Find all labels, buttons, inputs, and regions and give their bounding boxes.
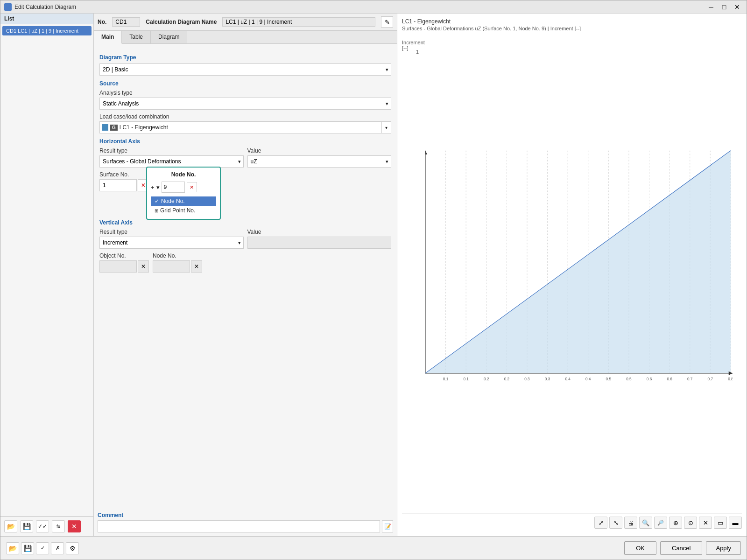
- print-btn[interactable]: 🖨: [624, 517, 637, 529]
- y-axis-label: Increment [--]: [402, 40, 425, 51]
- node-no-input[interactable]: [162, 182, 185, 193]
- result-type-select[interactable]: Surfaces - Global Deformations: [99, 155, 244, 168]
- zoom-in-btn2[interactable]: 🔍: [639, 517, 652, 529]
- surface-node-row: Surface No. ✕: [99, 171, 391, 191]
- window-title: Edit Calculation Diagram: [14, 4, 703, 10]
- comment-input[interactable]: [98, 520, 380, 532]
- view-1-btn[interactable]: ▭: [714, 517, 727, 529]
- tab-main[interactable]: Main: [94, 31, 122, 44]
- svg-text:0.3: 0.3: [524, 377, 530, 381]
- chart-svg: 0.1 0.1 0.2 0.2 0.3 0.3 0.4 0.4 0.5 0.5 …: [425, 44, 733, 487]
- horizontal-axis-title: Horizontal Axis: [99, 138, 391, 145]
- name-label: Calculation Diagram Name: [146, 19, 217, 25]
- right-panel: LC1 - Eigengewicht Surfaces - Global Def…: [397, 14, 747, 536]
- cancel-button[interactable]: Cancel: [660, 541, 702, 555]
- footer-buttons: OK Cancel Apply: [624, 541, 741, 555]
- fit-x-btn2[interactable]: ⤡: [609, 517, 622, 529]
- vertical-value-label: Value: [247, 229, 392, 235]
- comment-row: 📝: [98, 520, 393, 532]
- formula-btn[interactable]: fx: [52, 520, 65, 532]
- vertical-node-no-field: Node No. ✕: [153, 252, 202, 273]
- lc-combo[interactable]: G LC1 - Eigengewicht ▾: [99, 121, 391, 133]
- svg-text:0.1: 0.1: [463, 377, 469, 381]
- collapse-icon[interactable]: ▾: [156, 184, 160, 191]
- bottom-check-btn[interactable]: ✓: [36, 542, 49, 554]
- tab-diagram[interactable]: Diagram: [151, 31, 187, 43]
- node-dropdown-header: Node No.: [151, 171, 216, 178]
- svg-text:0.5: 0.5: [626, 377, 632, 381]
- open-file-btn[interactable]: 📂: [4, 520, 17, 532]
- node-picker-btn[interactable]: ✕: [187, 182, 197, 192]
- bottom-uncheck-btn[interactable]: ✗: [51, 542, 64, 554]
- y-axis-unit: [--]: [402, 45, 408, 51]
- surface-node-area: Surface No. ✕ Node No. + ▾: [99, 171, 391, 191]
- analysis-type-group: Analysis type Static Analysis: [99, 90, 391, 110]
- main-content: List CD1 LC1 | uZ | 1 | 9 | Increment 📂 …: [0, 14, 747, 536]
- fit-all-btn[interactable]: ⤢: [594, 517, 607, 529]
- object-no-input-group: ✕: [99, 260, 149, 273]
- vertical-node-no-input: [153, 260, 190, 273]
- svg-text:0.7: 0.7: [708, 377, 713, 381]
- close-btn[interactable]: ✕: [732, 2, 743, 12]
- no-input[interactable]: CD1: [112, 17, 140, 27]
- surface-no-field: Surface No. ✕: [99, 171, 149, 191]
- vertical-node-no-input-group: ✕: [153, 260, 202, 273]
- vertical-result-type-wrapper: Increment: [99, 237, 244, 249]
- object-no-field: Object No. ✕: [99, 252, 149, 273]
- lc-g-label: G: [110, 125, 118, 131]
- bottom-settings-btn[interactable]: ⚙: [66, 542, 79, 554]
- name-input[interactable]: [222, 17, 375, 27]
- ok-button[interactable]: OK: [624, 541, 656, 555]
- value-wrapper: uZ: [247, 155, 392, 168]
- lc-group: Load case/load combination G LC1 - Eigen…: [99, 113, 391, 133]
- analysis-type-select[interactable]: Static Analysis: [99, 98, 391, 110]
- main-window: Edit Calculation Diagram ─ □ ✕ List CD1 …: [0, 0, 747, 560]
- maximize-btn[interactable]: □: [719, 2, 730, 12]
- save-file-btn[interactable]: 💾: [20, 520, 33, 532]
- horizontal-result-group: Result type Surfaces - Global Deformatio…: [99, 147, 391, 168]
- no-label: No.: [98, 19, 106, 25]
- tab-bar: Main Table Diagram: [94, 31, 397, 44]
- left-panel-toolbar: 📂 💾 ✓✓ fx ✕: [0, 516, 93, 536]
- object-no-picker-btn: ✕: [138, 260, 149, 273]
- lc-dropdown-arrow[interactable]: ▾: [381, 122, 391, 133]
- vertical-axis-title: Vertical Axis: [99, 219, 391, 226]
- view-2-btn[interactable]: ▬: [729, 517, 742, 529]
- value-select[interactable]: uZ: [247, 155, 392, 168]
- zoom-area-btn2[interactable]: ⊕: [669, 517, 682, 529]
- grid-point-option[interactable]: ⊞ Grid Point No.: [151, 206, 216, 215]
- zoom-out-btn2[interactable]: 🔎: [654, 517, 667, 529]
- bottom-tools: 📂 💾 ✓ ✗ ⚙: [6, 542, 79, 554]
- chart-title-2: Surfaces - Global Deformations uZ (Surfa…: [402, 26, 742, 31]
- form-area: Diagram Type 2D | Basic 2D | Advanced 3D…: [94, 44, 397, 508]
- grid-point-label: Grid Point No.: [160, 207, 195, 214]
- zoom-prev-btn[interactable]: ⊙: [684, 517, 697, 529]
- bottom-open-btn[interactable]: 📂: [6, 542, 19, 554]
- minimize-btn[interactable]: ─: [705, 2, 717, 12]
- delete-btn[interactable]: ✕: [68, 520, 81, 532]
- edit-name-btn[interactable]: ✎: [381, 16, 393, 28]
- lc-color-box: [102, 124, 108, 131]
- svg-text:0.6: 0.6: [667, 377, 672, 381]
- vertical-node-no-label: Node No.: [153, 252, 202, 259]
- vertical-result-type-select[interactable]: Increment: [99, 237, 244, 249]
- grid-icon: ⊞: [155, 208, 158, 213]
- svg-text:0.3: 0.3: [545, 377, 550, 381]
- analysis-type-wrapper: Static Analysis: [99, 98, 391, 110]
- comment-label: Comment: [98, 512, 393, 518]
- expand-icon[interactable]: +: [151, 184, 155, 191]
- tab-table[interactable]: Table: [122, 31, 151, 43]
- list-item[interactable]: CD1 LC1 | uZ | 1 | 9 | Increment: [2, 26, 92, 35]
- surface-no-input[interactable]: [99, 179, 137, 191]
- bottom-save-btn[interactable]: 💾: [21, 542, 34, 554]
- diagram-type-select[interactable]: 2D | Basic 2D | Advanced 3D: [99, 63, 391, 76]
- clear-zoom-btn[interactable]: ✕: [699, 517, 712, 529]
- apply-button[interactable]: Apply: [706, 541, 741, 555]
- source-title: Source: [99, 80, 391, 87]
- title-bar: Edit Calculation Diagram ─ □ ✕: [0, 0, 747, 14]
- node-no-option[interactable]: ✓ Node No.: [151, 196, 216, 206]
- svg-text:0.4: 0.4: [565, 377, 571, 381]
- check-btn[interactable]: ✓✓: [36, 520, 49, 532]
- comment-edit-btn[interactable]: 📝: [382, 520, 393, 532]
- surface-no-input-group: ✕: [99, 179, 149, 191]
